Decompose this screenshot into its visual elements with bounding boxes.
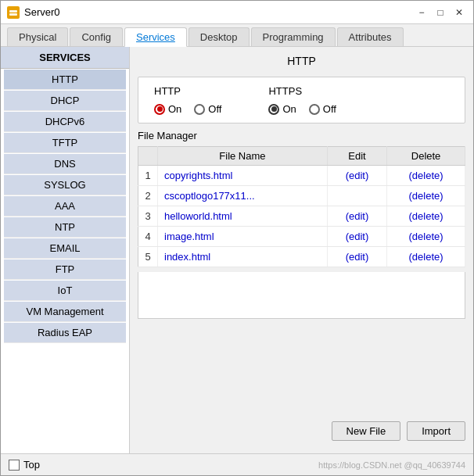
https-label: HTTPS xyxy=(268,85,336,97)
table-row: 4image.html(edit)(delete) xyxy=(138,227,465,247)
tab-attributes[interactable]: Attributes xyxy=(337,27,404,46)
col-filename: File Name xyxy=(158,147,328,166)
http-off-radio[interactable] xyxy=(194,104,205,115)
sidebar-item-ftp[interactable]: FTP xyxy=(4,259,126,280)
content-area: HTTP HTTP On Off xyxy=(130,47,473,453)
file-manager-label: File Manager xyxy=(138,130,465,141)
protocol-section: HTTP On Off HTTPS xyxy=(138,77,465,123)
file-edit[interactable]: (edit) xyxy=(327,166,386,186)
sidebar-item-email[interactable]: EMAIL xyxy=(4,238,126,259)
import-button[interactable]: Import xyxy=(407,421,465,441)
file-name[interactable]: cscoptlogo177x11... xyxy=(158,186,328,206)
content-title: HTTP xyxy=(138,55,465,67)
file-edit xyxy=(327,186,386,206)
table-row: 1copyrights.html(edit)(delete) xyxy=(138,166,465,186)
file-name[interactable]: index.html xyxy=(158,247,328,267)
http-off-label: Off xyxy=(208,103,221,115)
sidebar-item-http[interactable]: HTTP xyxy=(4,70,126,90)
http-on-label: On xyxy=(168,103,181,115)
file-num: 4 xyxy=(138,227,158,247)
col-edit: Edit xyxy=(327,147,386,166)
title-bar: Server0 − □ ✕ xyxy=(1,1,473,24)
http-on-option[interactable]: On xyxy=(154,103,181,115)
file-name[interactable]: copyrights.html xyxy=(158,166,328,186)
file-delete[interactable]: (delete) xyxy=(387,186,465,206)
top-checkbox-box[interactable] xyxy=(9,460,20,471)
http-label: HTTP xyxy=(154,85,221,97)
main-area: SERVICES HTTP DHCP DHCPv6 TFTP DNS SYSLO… xyxy=(1,47,473,453)
bottom-bar: New File Import xyxy=(138,417,465,446)
file-edit[interactable]: (edit) xyxy=(327,227,386,247)
table-row: 2cscoptlogo177x11...(delete) xyxy=(138,186,465,206)
sidebar-item-iot[interactable]: IoT xyxy=(4,281,126,301)
sidebar-item-radius-eap[interactable]: Radius EAP xyxy=(4,323,126,343)
https-off-option[interactable]: Off xyxy=(309,103,336,115)
svg-rect-0 xyxy=(9,10,17,13)
file-name[interactable]: image.html xyxy=(158,227,328,247)
https-group: HTTPS On Off xyxy=(268,85,336,115)
https-on-label: On xyxy=(282,103,296,115)
http-off-option[interactable]: Off xyxy=(194,103,221,115)
file-num: 3 xyxy=(138,206,158,227)
file-table: File Name Edit Delete 1copyrights.html(e… xyxy=(138,146,465,267)
https-off-label: Off xyxy=(323,103,336,115)
new-file-button[interactable]: New File xyxy=(332,421,401,441)
window-title: Server0 xyxy=(24,6,60,18)
http-on-radio[interactable] xyxy=(154,104,165,115)
top-label: Top xyxy=(23,459,40,471)
table-row: 5index.html(edit)(delete) xyxy=(138,247,465,267)
tab-physical[interactable]: Physical xyxy=(7,27,68,46)
sidebar-item-vm-management[interactable]: VM Management xyxy=(4,302,126,322)
file-delete[interactable]: (delete) xyxy=(387,166,465,186)
tab-desktop[interactable]: Desktop xyxy=(189,27,250,46)
close-button[interactable]: ✕ xyxy=(451,5,467,20)
http-group: HTTP On Off xyxy=(154,85,221,115)
file-delete[interactable]: (delete) xyxy=(387,206,465,227)
https-radio-group: On Off xyxy=(268,103,336,115)
file-num: 5 xyxy=(138,247,158,267)
sidebar-item-tftp[interactable]: TFTP xyxy=(4,133,126,153)
sidebar-item-dns[interactable]: DNS xyxy=(4,154,126,174)
tab-bar: Physical Config Services Desktop Program… xyxy=(1,24,473,47)
file-num: 1 xyxy=(138,166,158,186)
http-radio-group: On Off xyxy=(154,103,221,115)
minimize-button[interactable]: − xyxy=(414,5,429,20)
sidebar-item-syslog[interactable]: SYSLOG xyxy=(4,175,126,195)
tab-config[interactable]: Config xyxy=(70,27,123,46)
file-table-empty xyxy=(138,272,465,319)
server-icon xyxy=(7,6,20,19)
file-manager-section: File Manager File Name Edit Delete 1copy… xyxy=(138,130,465,410)
maximize-button[interactable]: □ xyxy=(433,5,448,20)
tab-programming[interactable]: Programming xyxy=(251,27,336,46)
tab-services[interactable]: Services xyxy=(124,27,187,47)
sidebar: SERVICES HTTP DHCP DHCPv6 TFTP DNS SYSLO… xyxy=(1,47,130,453)
https-on-option[interactable]: On xyxy=(268,103,296,115)
sidebar-header: SERVICES xyxy=(1,47,129,69)
sidebar-item-aaa[interactable]: AAA xyxy=(4,196,126,217)
sidebar-item-dhcpv6[interactable]: DHCPv6 xyxy=(4,112,126,132)
https-on-radio[interactable] xyxy=(268,104,279,115)
status-bar: Top https://blog.CSDN.net @qq_40639744 xyxy=(1,453,473,475)
sidebar-item-dhcp[interactable]: DHCP xyxy=(4,91,126,111)
file-num: 2 xyxy=(138,186,158,206)
top-checkbox[interactable]: Top xyxy=(9,459,40,471)
sidebar-item-ntp[interactable]: NTP xyxy=(4,217,126,238)
window: Server0 − □ ✕ Physical Config Services D… xyxy=(0,0,474,476)
window-controls: − □ ✕ xyxy=(414,5,467,20)
https-off-radio[interactable] xyxy=(309,104,320,115)
file-edit[interactable]: (edit) xyxy=(327,247,386,267)
title-bar-left: Server0 xyxy=(7,6,60,19)
col-num xyxy=(138,147,158,166)
file-name[interactable]: helloworld.html xyxy=(158,206,328,227)
file-edit[interactable]: (edit) xyxy=(327,206,386,227)
file-delete[interactable]: (delete) xyxy=(387,247,465,267)
file-delete[interactable]: (delete) xyxy=(387,227,465,247)
status-url: https://blog.CSDN.net @qq_40639744 xyxy=(318,460,465,470)
svg-rect-1 xyxy=(9,13,17,16)
table-row: 3helloworld.html(edit)(delete) xyxy=(138,206,465,227)
sidebar-content: HTTP DHCP DHCPv6 TFTP DNS SYSLOG AAA NTP… xyxy=(1,69,129,453)
col-delete: Delete xyxy=(387,147,465,166)
